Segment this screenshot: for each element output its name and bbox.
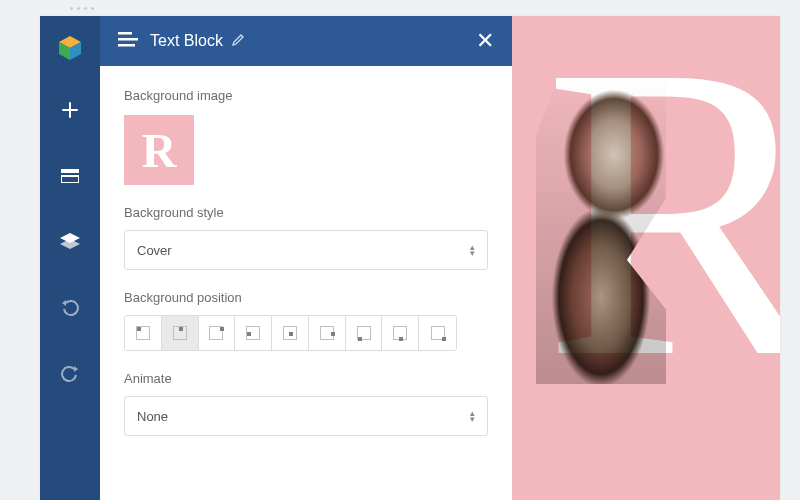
bg-position-center-top[interactable]	[162, 316, 199, 350]
sidebar-redo-button[interactable]	[52, 356, 88, 392]
svg-marker-6	[60, 239, 80, 249]
sidebar-row-button[interactable]	[52, 158, 88, 194]
svg-marker-8	[74, 366, 78, 372]
field-background-position: Background position	[124, 290, 488, 351]
svg-marker-7	[62, 300, 66, 306]
bg-image-thumbnail[interactable]: R	[124, 115, 194, 185]
bg-position-right-bottom[interactable]	[419, 316, 456, 350]
svg-rect-10	[118, 38, 138, 41]
canvas-preview: R	[512, 16, 780, 500]
bg-position-left-center[interactable]	[235, 316, 272, 350]
animate-label: Animate	[124, 371, 488, 386]
app-window: Text Block ✕ Background image R Backgrou…	[40, 16, 780, 500]
bg-position-center-center[interactable]	[272, 316, 309, 350]
svg-rect-4	[61, 176, 79, 183]
field-background-image: Background image R	[124, 88, 488, 185]
bg-position-right-center[interactable]	[309, 316, 346, 350]
bg-position-left-bottom[interactable]	[346, 316, 383, 350]
bg-style-select[interactable]: Cover ▴▾	[124, 230, 488, 270]
chevron-updown-icon: ▴▾	[470, 410, 475, 422]
field-animate: Animate None ▴▾	[124, 371, 488, 436]
sidebar-undo-button[interactable]	[52, 290, 88, 326]
preview-figure-overlay	[536, 74, 666, 384]
bg-image-glyph: R	[142, 123, 177, 178]
bg-position-left-top[interactable]	[125, 316, 162, 350]
sidebar-layers-button[interactable]	[52, 224, 88, 260]
svg-rect-9	[118, 32, 132, 35]
bg-position-grid	[124, 315, 457, 351]
chevron-updown-icon: ▴▾	[470, 244, 475, 256]
close-panel-button[interactable]: ✕	[476, 30, 494, 52]
bg-position-label: Background position	[124, 290, 488, 305]
field-background-style: Background style Cover ▴▾	[124, 205, 488, 270]
panel-header: Text Block ✕	[100, 16, 512, 66]
bg-image-label: Background image	[124, 88, 488, 103]
bg-position-center-bottom[interactable]	[382, 316, 419, 350]
bg-style-label: Background style	[124, 205, 488, 220]
panel-title: Text Block	[150, 32, 223, 50]
settings-panel: Text Block ✕ Background image R Backgrou…	[100, 16, 512, 500]
svg-rect-3	[61, 169, 79, 173]
animate-value: None	[137, 409, 168, 424]
app-logo	[56, 34, 84, 62]
edit-title-button[interactable]	[231, 33, 245, 50]
text-block-icon	[118, 32, 138, 51]
sidebar-add-button[interactable]	[52, 92, 88, 128]
bg-position-right-top[interactable]	[199, 316, 236, 350]
panel-body: Background image R Background style Cove…	[100, 66, 512, 436]
sidebar	[40, 16, 100, 500]
svg-rect-11	[118, 44, 135, 47]
animate-select[interactable]: None ▴▾	[124, 396, 488, 436]
bg-style-value: Cover	[137, 243, 172, 258]
